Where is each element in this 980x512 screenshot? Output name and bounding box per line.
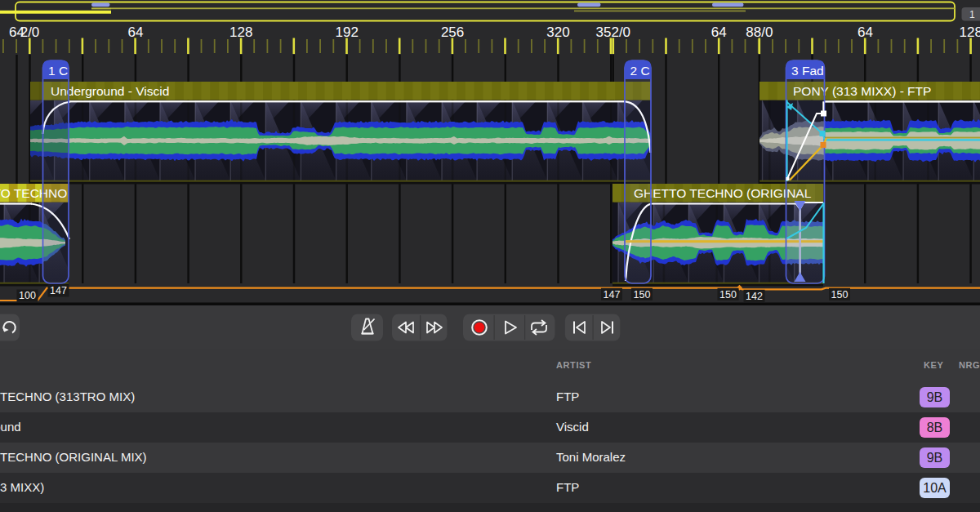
svg-text:256: 256 bbox=[441, 24, 464, 40]
svg-text:147: 147 bbox=[50, 285, 67, 296]
svg-text:GHETTO TECHNO (ORIGINAL: GHETTO TECHNO (ORIGINAL bbox=[634, 186, 812, 200]
svg-text:150: 150 bbox=[831, 289, 849, 301]
svg-text:64: 64 bbox=[711, 24, 727, 40]
svg-text:3 Fad: 3 Fad bbox=[791, 64, 824, 78]
svg-text:128: 128 bbox=[960, 24, 980, 40]
svg-text:1 C: 1 C bbox=[48, 64, 68, 78]
svg-text:142: 142 bbox=[746, 291, 763, 302]
svg-text:150: 150 bbox=[719, 289, 737, 301]
svg-text:2/0: 2/0 bbox=[20, 24, 40, 40]
svg-text:100: 100 bbox=[19, 290, 36, 301]
svg-text:352/0: 352/0 bbox=[596, 24, 631, 40]
svg-text:64: 64 bbox=[858, 24, 873, 40]
svg-text:192: 192 bbox=[336, 24, 359, 40]
svg-text:2 C: 2 C bbox=[630, 64, 650, 78]
svg-text:320: 320 bbox=[546, 24, 569, 40]
svg-text:1: 1 bbox=[969, 9, 975, 20]
svg-text:150: 150 bbox=[634, 289, 651, 301]
svg-text:64: 64 bbox=[127, 24, 143, 40]
svg-text:128: 128 bbox=[229, 24, 252, 40]
svg-text:88/0: 88/0 bbox=[746, 24, 773, 40]
svg-text:147: 147 bbox=[604, 289, 621, 301]
